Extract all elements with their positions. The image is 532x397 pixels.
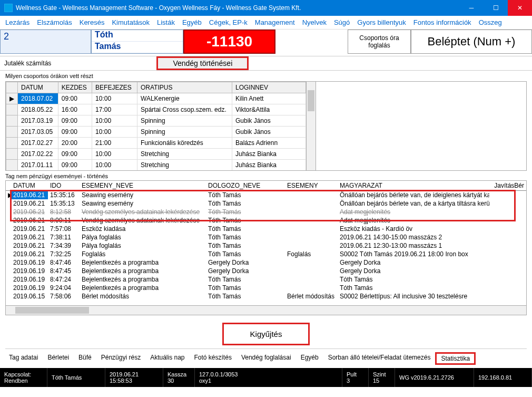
commission-label: Jutalék számítás xyxy=(4,60,51,67)
title-bar: Wellness Gate - Wellness Management Soft… xyxy=(0,0,532,16)
maximize-button[interactable]: ☐ xyxy=(484,0,508,16)
grid1-header-row: DATUM KEZDES BEFEJEZES ORATIPUS LOGINNEV xyxy=(6,82,306,93)
col2-dolgozo[interactable]: DOLGOZO_NEVE xyxy=(206,181,285,191)
menu-sugo[interactable]: Súgó xyxy=(334,18,350,26)
col-kezdes[interactable]: KEZDES xyxy=(58,82,92,93)
table-row[interactable]: 2019.06.198:47:46Bejelentkezés a program… xyxy=(6,258,526,267)
menu-nyelvek[interactable]: Nyelvek xyxy=(302,18,327,26)
menu-fontos[interactable]: Fontos információk xyxy=(413,18,471,26)
collect-row: Kigyűjtés xyxy=(5,317,527,349)
menu-egyeb[interactable]: Egyéb xyxy=(182,18,202,26)
menu-osszeg[interactable]: Osszeg xyxy=(479,18,502,26)
member-name-box: Tóth Tamás xyxy=(91,30,183,54)
col-datum[interactable]: DATUM xyxy=(18,82,58,93)
grid2-hscroll[interactable] xyxy=(5,306,527,315)
member-lastname: Tóth xyxy=(92,30,183,42)
tab-penzugyi[interactable]: Pénzügyi rész xyxy=(96,352,145,365)
menu-gyors[interactable]: Gyors billentyuk xyxy=(357,18,406,26)
events-panel: DATUM IDO ESEMENY_NEVE DOLGOZO_NEVE ESEM… xyxy=(5,180,527,315)
menu-bar: Lezárás Elszámolás Keresés Kimutatások L… xyxy=(0,16,532,30)
window-title: Wellness Gate - Wellness Management Soft… xyxy=(16,4,459,12)
table-row[interactable]: 2017.01.1109:0010:00StretchingJuhász Bia… xyxy=(6,160,306,171)
checkin-button[interactable]: Beléptet (Num +) xyxy=(411,30,532,54)
menu-kimutatasok[interactable]: Kimutatások xyxy=(112,18,150,26)
table-row[interactable]: 2019.06.217:57:08Eszköz kiadásaTóth Tamá… xyxy=(6,225,526,233)
bottom-tabs: Tag adatai Bérletei Büfé Pénzügyi rész A… xyxy=(0,349,532,368)
menu-elszamolas[interactable]: Elszámolás xyxy=(37,18,72,26)
tab-foglalasai[interactable]: Vendég foglalásai xyxy=(237,352,296,365)
grid2-label: Tag nem pénzügyi eseményei - történés xyxy=(0,171,532,180)
tab-sorban[interactable]: Sorban álló tételei/Feladat ütemezés xyxy=(323,352,436,365)
table-row[interactable]: 2017.02.2720:0021:00Funkcionális köredzé… xyxy=(6,138,306,149)
app-icon xyxy=(4,4,13,12)
table-row[interactable]: 2019.06.217:38:11Pálya foglalásTóth Tamá… xyxy=(6,233,526,241)
tab-statisztika[interactable]: Statisztika xyxy=(435,352,476,365)
status-bar: Kapcsolat:Rendben Tóth Tamás 2019.06.211… xyxy=(0,368,532,387)
close-button[interactable]: ✕ xyxy=(508,0,532,16)
table-row[interactable]: 2019.06.199:24:04Bejelentkezés a program… xyxy=(6,284,526,292)
col2-magyarazat[interactable]: MAGYARAZAT xyxy=(338,181,489,191)
member-firstname: Tamás xyxy=(92,42,183,53)
status-ip: 192.168.0.81 xyxy=(474,368,532,387)
col2-right[interactable]: JavításBér xyxy=(489,181,526,191)
col2-datum[interactable]: DATUM xyxy=(11,181,48,191)
status-connection: Kapcsolat:Rendben xyxy=(0,368,47,387)
tab-berletei[interactable]: Bérletei xyxy=(43,352,74,365)
table-row[interactable]: 2019.06.157:58:06Bérlet módosításTóth Ta… xyxy=(6,292,526,301)
col2-ido[interactable]: IDO xyxy=(48,181,80,191)
detail-pane xyxy=(316,82,526,170)
table-row[interactable]: 2019.06.217:32:25FoglalásTóth TamásFogla… xyxy=(6,250,526,258)
section-header: Jutalék számítás Vendég történései xyxy=(0,56,532,71)
table-row[interactable]: 2019.06.218:00:11Vendég személyes adatai… xyxy=(6,216,526,225)
status-datetime: 2019.06.2115:58:53 xyxy=(105,368,163,387)
tab-tag-adatai[interactable]: Tag adatai xyxy=(4,352,43,365)
grid1-scrollbar[interactable] xyxy=(306,82,316,170)
group-classes-panel: DATUM KEZDES BEFEJEZES ORATIPUS LOGINNEV… xyxy=(5,81,527,171)
balance-display: -11130 xyxy=(183,30,275,54)
table-row[interactable]: 2019.06.198:47:24Bejelentkezés a program… xyxy=(6,275,526,284)
table-row[interactable]: 2017.03.1909:0010:00SpinningGubik János xyxy=(6,115,306,127)
grid1-label: Milyen csoportos órákon vett részt xyxy=(0,71,532,81)
menu-kereses[interactable]: Keresés xyxy=(80,18,105,26)
minimize-button[interactable]: ─ xyxy=(459,0,484,16)
status-szint: Szint15 xyxy=(369,368,395,387)
table-row[interactable]: ▶2018.07.0209:0010:00WALKenergieKilin An… xyxy=(6,93,306,104)
col-oratipus[interactable]: ORATIPUS xyxy=(137,82,232,93)
status-kassza: Kassza30 xyxy=(163,368,195,387)
guest-history-title: Vendég történései xyxy=(156,56,249,70)
table-row[interactable]: 2017.03.0509:0010:00SpinningGubik János xyxy=(6,127,306,138)
table-row[interactable]: 2019.06.198:47:45Bejelentkezés a program… xyxy=(6,267,526,275)
member-id-field[interactable]: 2 xyxy=(0,30,91,54)
status-user: Tóth Tamás xyxy=(47,368,105,387)
tab-foto[interactable]: Fotó készítés xyxy=(190,352,237,365)
tab-bufe[interactable]: Büfé xyxy=(74,352,96,365)
menu-lezaras[interactable]: Lezárás xyxy=(5,18,29,26)
table-row[interactable]: 2019.06.217:34:39Pálya foglalásTóth Tamá… xyxy=(6,241,526,250)
col2-esemeny-neve[interactable]: ESEMENY_NEVE xyxy=(80,181,206,191)
collect-button[interactable]: Kigyűjtés xyxy=(222,323,310,345)
table-row[interactable]: 2019.06.2115:35:13Seawing eseményTóth Ta… xyxy=(6,199,526,208)
status-host: 127.0.0.1/3053oxy1 xyxy=(195,368,342,387)
grid2-header-row: DATUM IDO ESEMENY_NEVE DOLGOZO_NEVE ESEM… xyxy=(6,181,526,191)
status-pult: Pult3 xyxy=(342,368,369,387)
menu-cegek[interactable]: Cégek, EP-k xyxy=(209,18,248,26)
tab-aktualis[interactable]: Aktuális nap xyxy=(145,352,189,365)
table-row[interactable]: 2019.06.218:12:58Vendég személyes adatai… xyxy=(6,208,526,216)
tab-egyeb[interactable]: Egyéb xyxy=(296,352,323,365)
group-classes-grid[interactable]: DATUM KEZDES BEFEJEZES ORATIPUS LOGINNEV… xyxy=(6,82,306,170)
table-row[interactable]: 2018.05.2216:0017:00Spártai Cross csop.s… xyxy=(6,104,306,115)
top-row: 2 Tóth Tamás -11130 Csoportos óra foglal… xyxy=(0,30,532,54)
menu-listak[interactable]: Listák xyxy=(157,18,175,26)
menu-management[interactable]: Management xyxy=(255,18,295,26)
status-version: WG v2019.6.21.2726 xyxy=(395,368,474,387)
events-grid[interactable]: DATUM IDO ESEMENY_NEVE DOLGOZO_NEVE ESEM… xyxy=(5,180,527,306)
col2-esemeny[interactable]: ESEMENY xyxy=(285,181,338,191)
group-booking-button[interactable]: Csoportos óra foglalás xyxy=(348,30,411,54)
col-loginnev[interactable]: LOGINNEV xyxy=(232,82,306,93)
col-befejezes[interactable]: BEFEJEZES xyxy=(92,82,137,93)
table-row[interactable]: 2017.02.2209:0010:00StretchingJuhász Bia… xyxy=(6,149,306,160)
table-row[interactable]: ▶2019.06.2115:35:16Seawing eseményTóth T… xyxy=(6,191,526,200)
